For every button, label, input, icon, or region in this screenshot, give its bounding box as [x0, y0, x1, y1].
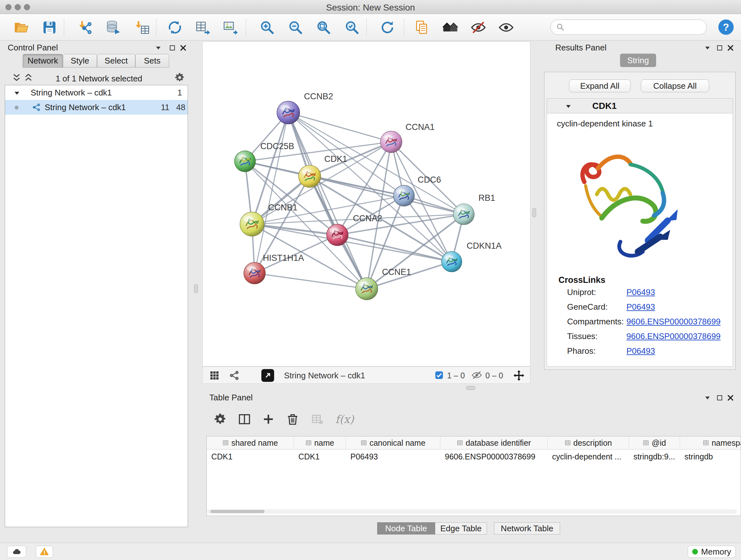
- column-header-canonical-name[interactable]: canonical name: [346, 436, 441, 449]
- help-button[interactable]: ?: [718, 19, 734, 35]
- export-network-button[interactable]: [194, 18, 212, 37]
- control-panel-float-button[interactable]: [169, 44, 176, 52]
- zoom-in-button[interactable]: [258, 18, 276, 37]
- column-header-description[interactable]: description: [548, 436, 629, 449]
- network-node-HIST1H1A[interactable]: [244, 262, 266, 284]
- tab-edge-table[interactable]: Edge Table: [435, 522, 487, 535]
- tab-sets[interactable]: Sets: [135, 54, 169, 68]
- crosslink-genecard-link[interactable]: P06493: [626, 302, 655, 312]
- tab-select[interactable]: Select: [97, 54, 135, 68]
- table-cell[interactable]: 9606.ENSP00000378699: [441, 449, 548, 463]
- column-header-namespace[interactable]: namespace: [680, 436, 741, 449]
- tab-node-table[interactable]: Node Table: [377, 522, 435, 535]
- apply-layout-button[interactable]: [379, 18, 396, 37]
- network-options-gear-button[interactable]: [174, 72, 185, 83]
- table-panel-float-button[interactable]: [716, 394, 724, 401]
- export-image-button[interactable]: [222, 18, 240, 37]
- expand-all-networks-button[interactable]: [23, 73, 33, 82]
- function-builder-button[interactable]: f(x): [332, 412, 357, 427]
- column-header-shared-name[interactable]: shared name: [207, 436, 294, 449]
- expand-all-button[interactable]: Expand All: [569, 79, 630, 92]
- hidden-elements-icon[interactable]: [471, 370, 482, 381]
- results-panel-close-button[interactable]: [727, 44, 734, 52]
- network-collection-row[interactable]: String Network – cdk1 1: [5, 85, 188, 100]
- zoom-selected-button[interactable]: [343, 18, 361, 37]
- selected-checkbox-icon[interactable]: [434, 370, 444, 380]
- crosslink-compartments-link[interactable]: 9606.ENSP00000378699: [626, 317, 721, 327]
- home-button[interactable]: [441, 18, 459, 37]
- tab-style[interactable]: Style: [63, 54, 97, 68]
- control-panel-splitter[interactable]: [194, 284, 198, 293]
- network-node-CCNB1[interactable]: [240, 212, 264, 236]
- table-panel-close-button[interactable]: [727, 394, 734, 401]
- table-panel-splitter[interactable]: [466, 386, 475, 390]
- table-horizontal-scrollbar[interactable]: [210, 510, 265, 513]
- tab-network[interactable]: Network: [23, 54, 63, 68]
- network-node-CDKN1A[interactable]: [442, 252, 462, 272]
- import-network-database-button[interactable]: [105, 18, 122, 37]
- network-node-CCNB2[interactable]: [277, 101, 300, 124]
- network-edge[interactable]: [288, 113, 464, 214]
- open-session-button[interactable]: [12, 18, 30, 37]
- annotation-mode-button[interactable]: [261, 369, 274, 382]
- delete-column-button[interactable]: [285, 412, 300, 427]
- network-node-CCNE1[interactable]: [355, 278, 378, 300]
- column-header-database-identifier[interactable]: database identifier: [441, 436, 548, 449]
- collapse-all-button[interactable]: Collapse All: [641, 79, 709, 92]
- table-cell[interactable]: stringdb:9...: [629, 449, 680, 463]
- network-edge[interactable]: [255, 113, 288, 273]
- network-node-RB1[interactable]: [453, 204, 474, 225]
- birdseye-view-button[interactable]: [229, 370, 240, 381]
- network-row[interactable]: String Network – cdk1 11 48: [5, 100, 188, 115]
- import-table-button[interactable]: [133, 18, 151, 37]
- control-panel-collapse-button[interactable]: [154, 44, 162, 52]
- zoom-out-button[interactable]: [286, 18, 305, 37]
- network-view-canvas[interactable]: CCNB2CCNA1CDC25BCDK1CDC6RB1CCNB1CCNA2CDK…: [202, 42, 530, 367]
- network-node-CDC6[interactable]: [394, 185, 414, 206]
- results-panel-collapse-button[interactable]: [704, 44, 711, 52]
- table-settings-button[interactable]: [213, 412, 227, 427]
- table-cell[interactable]: stringdb: [680, 449, 741, 463]
- add-column-button[interactable]: [261, 412, 276, 427]
- network-node-CDC25B[interactable]: [234, 151, 256, 172]
- tab-network-table[interactable]: Network Table: [494, 522, 560, 535]
- grid-view-button[interactable]: [209, 370, 220, 381]
- table-cell[interactable]: P06493: [346, 449, 441, 463]
- results-panel-float-button[interactable]: [716, 44, 724, 52]
- crosslink-uniprot-link[interactable]: P06493: [626, 287, 655, 297]
- collapse-all-networks-button[interactable]: [12, 73, 21, 82]
- network-edge-count: 48: [176, 103, 185, 112]
- search-input[interactable]: [568, 21, 701, 34]
- network-graph[interactable]: CCNB2CCNA1CDC25BCDK1CDC6RB1CCNB1CCNA2CDK…: [203, 42, 530, 366]
- warnings-button[interactable]: [36, 546, 53, 558]
- pan-mode-button[interactable]: [513, 369, 525, 381]
- table-panel-collapse-button[interactable]: [704, 394, 711, 401]
- show-details-button[interactable]: [497, 18, 515, 37]
- table-cell[interactable]: CDK1: [294, 449, 346, 463]
- results-tab-string[interactable]: String: [620, 54, 656, 67]
- network-arrows-button[interactable]: [166, 18, 184, 37]
- cloud-status-button[interactable]: [7, 546, 26, 558]
- hide-details-button[interactable]: [469, 18, 487, 37]
- column-header-name[interactable]: name: [294, 436, 346, 449]
- crosslink-tissues-link[interactable]: 9606.ENSP00000378699: [626, 331, 721, 341]
- table-cell[interactable]: CDK1: [207, 449, 294, 463]
- column-header-id[interactable]: @id: [629, 436, 680, 449]
- save-session-button[interactable]: [41, 18, 58, 37]
- network-node-CDK1[interactable]: [298, 165, 321, 187]
- network-edge[interactable]: [252, 224, 337, 235]
- import-network-file-button[interactable]: [76, 18, 94, 37]
- protein-card-header[interactable]: CDK1: [547, 98, 733, 113]
- copy-document-button[interactable]: [413, 18, 431, 37]
- network-node-CCNA2[interactable]: [327, 224, 348, 246]
- memory-button[interactable]: Memory: [688, 546, 736, 558]
- crosslink-pharos-link[interactable]: P06493: [626, 346, 655, 356]
- table-cell[interactable]: cyclin-dependent ...: [548, 449, 629, 463]
- network-edge[interactable]: [255, 273, 367, 289]
- control-panel-close-button[interactable]: [179, 44, 187, 52]
- zoom-fit-button[interactable]: [315, 18, 333, 37]
- network-node-CCNA1[interactable]: [381, 131, 402, 152]
- results-panel-splitter[interactable]: [532, 208, 536, 217]
- network-view-toolbar: String Network – cdk1 1 – 0 0 – 0: [202, 367, 530, 384]
- show-columns-button[interactable]: [237, 412, 252, 427]
